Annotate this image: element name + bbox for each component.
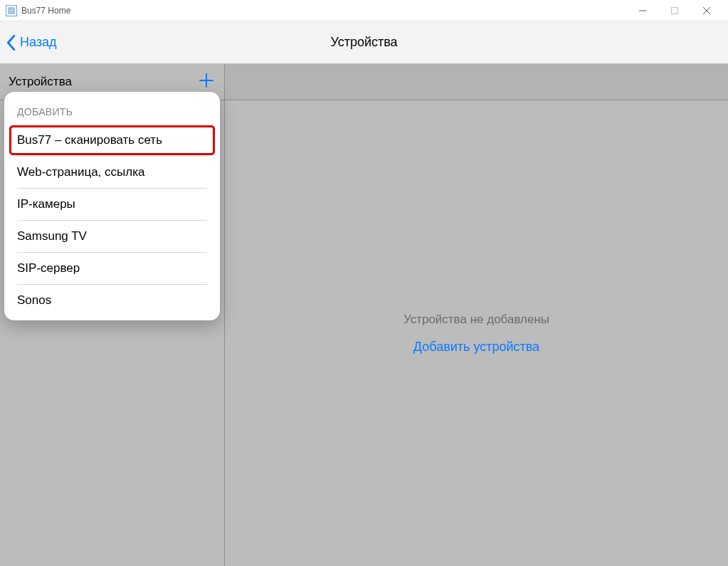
popover-item-label: Web-страница, ссылка	[17, 165, 144, 179]
window-titlebar: Bus77 Home	[0, 0, 728, 21]
popover-item-web-page[interactable]: Web-страница, ссылка	[4, 157, 220, 188]
plus-icon	[199, 73, 214, 88]
window-controls	[626, 0, 722, 21]
popover-item-sonos[interactable]: Sonos	[4, 285, 220, 316]
back-label: Назад	[20, 35, 57, 50]
window-title: Bus77 Home	[21, 6, 70, 16]
popover-item-bus77-scan[interactable]: Bus77 – сканировать сеть	[9, 125, 216, 156]
navbar: Назад Устройства	[0, 21, 728, 64]
popover-item-label: Samsung TV	[17, 229, 87, 243]
main-pane-topbar	[225, 64, 728, 100]
svg-rect-3	[671, 7, 677, 14]
page-title: Устройства	[330, 35, 397, 50]
popover-item-ip-cameras[interactable]: IP-камеры	[4, 189, 220, 220]
popover-item-label: IP-камеры	[17, 197, 75, 211]
maximize-button[interactable]	[658, 0, 690, 21]
add-devices-link[interactable]: Добавить устройства	[413, 340, 539, 355]
minimize-button[interactable]	[626, 0, 658, 21]
popover-item-label: SIP-сервер	[17, 261, 80, 275]
empty-state: Устройства не добавлены Добавить устройс…	[225, 100, 728, 566]
chevron-left-icon	[4, 34, 17, 51]
empty-message: Устройства не добавлены	[403, 313, 549, 327]
main-pane: Устройства не добавлены Добавить устройс…	[225, 64, 728, 566]
svg-rect-0	[9, 8, 14, 14]
content-area: Устройства ДОБАВИТЬ Bus77 – сканировать …	[0, 64, 728, 566]
popover-item-samsung-tv[interactable]: Samsung TV	[4, 221, 220, 252]
app-icon	[6, 5, 17, 16]
add-device-button[interactable]	[197, 72, 216, 92]
sidebar: Устройства ДОБАВИТЬ Bus77 – сканировать …	[0, 64, 225, 566]
svg-rect-1	[10, 9, 13, 12]
sidebar-title: Устройства	[9, 75, 72, 89]
close-button[interactable]	[690, 0, 722, 21]
popover-item-label: Bus77 – сканировать сеть	[17, 133, 162, 147]
back-button[interactable]: Назад	[0, 21, 64, 63]
popover-item-label: Sonos	[17, 293, 51, 307]
add-popover: ДОБАВИТЬ Bus77 – сканировать сеть Web-ст…	[4, 92, 220, 320]
popover-item-sip-server[interactable]: SIP-сервер	[4, 253, 220, 284]
popover-header: ДОБАВИТЬ	[4, 102, 220, 125]
